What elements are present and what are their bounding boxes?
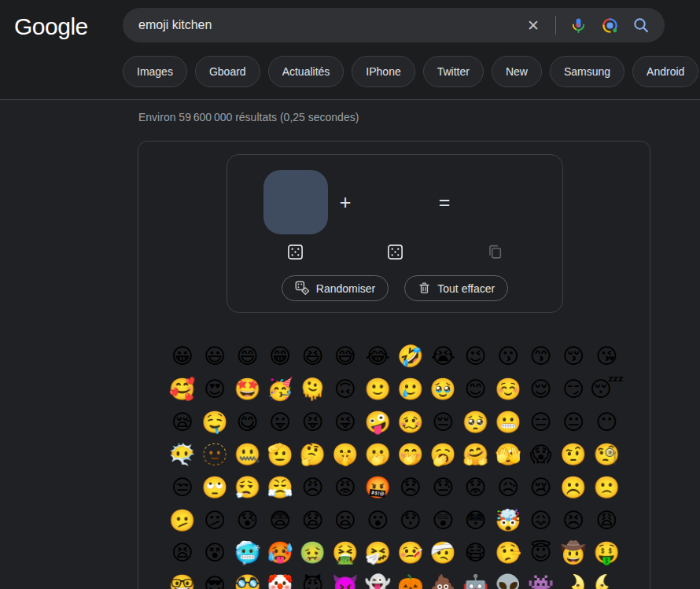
emoji-cell[interactable]: 😧: [297, 504, 329, 537]
emoji-cell[interactable]: 🤥: [492, 537, 524, 570]
emoji-cell[interactable]: 🙃: [329, 374, 361, 407]
emoji-cell[interactable]: 😛: [263, 406, 296, 439]
google-lens-button[interactable]: [595, 11, 624, 39]
emoji-cell[interactable]: 😱: [525, 439, 557, 472]
emoji-cell[interactable]: 🤪: [362, 406, 394, 439]
emoji-cell[interactable]: 🫢: [362, 439, 394, 472]
emoji-cell[interactable]: 😝: [297, 406, 329, 439]
emoji-cell[interactable]: 😆: [297, 341, 329, 374]
search-filter-chip[interactable]: Images: [123, 56, 187, 87]
emoji-cell[interactable]: 😑: [525, 406, 557, 439]
emoji-cell[interactable]: 🫣: [492, 439, 524, 472]
google-logo[interactable]: Google: [14, 11, 88, 42]
emoji-cell[interactable]: 🤬: [362, 472, 394, 505]
randomize-slot1-button[interactable]: [286, 242, 304, 261]
emoji-cell[interactable]: 😘: [590, 341, 624, 374]
search-filter-chip[interactable]: New: [492, 56, 542, 87]
emoji-cell[interactable]: 😰: [231, 504, 263, 537]
emoji-cell[interactable]: 🥱: [427, 439, 459, 472]
emoji-cell[interactable]: 🙂: [362, 374, 394, 407]
emoji-cell[interactable]: 😚: [557, 341, 589, 374]
emoji-cell[interactable]: 🫡: [263, 439, 296, 472]
emoji-cell[interactable]: 😋: [231, 406, 263, 439]
emoji-cell[interactable]: 🥸: [231, 570, 263, 589]
emoji-cell[interactable]: 🫠: [297, 374, 329, 407]
emoji-cell[interactable]: 😳: [459, 504, 492, 537]
emoji-cell[interactable]: 🥳: [263, 374, 296, 407]
emoji-cell[interactable]: 😬: [492, 406, 524, 439]
emoji-cell[interactable]: 😎: [198, 570, 230, 589]
emoji-cell[interactable]: 😍: [198, 374, 230, 407]
search-submit-button[interactable]: [627, 11, 655, 39]
emoji-cell[interactable]: 😵: [198, 537, 230, 570]
emoji-cell[interactable]: 😢: [525, 472, 557, 505]
emoji-cell[interactable]: 😶‍🌫️: [166, 439, 198, 472]
emoji-cell[interactable]: 😓: [427, 472, 459, 505]
emoji-cell[interactable]: 🥲: [394, 374, 426, 407]
emoji-cell[interactable]: 😙: [525, 341, 557, 374]
emoji-cell[interactable]: 😄: [231, 341, 263, 374]
emoji-cell[interactable]: 😠: [297, 472, 329, 505]
emoji-cell[interactable]: 🎃: [394, 570, 426, 589]
emoji-cell[interactable]: 😖: [525, 504, 557, 537]
emoji-cell[interactable]: 😩: [590, 504, 624, 537]
emoji-cell[interactable]: 🤠: [557, 537, 589, 570]
emoji-cell[interactable]: 🤡: [263, 570, 296, 589]
emoji-cell[interactable]: 🌜: [590, 570, 624, 589]
emoji-cell[interactable]: 🫤: [166, 504, 198, 537]
emoji-cell[interactable]: 🤮: [329, 537, 361, 570]
emoji-cell[interactable]: 😮‍💨: [231, 472, 263, 505]
search-filter-chip[interactable]: IPhone: [352, 56, 414, 87]
emoji-cell[interactable]: 😂: [362, 341, 394, 374]
emoji-cell[interactable]: 🤑: [590, 537, 624, 570]
emoji-cell[interactable]: 🌛: [557, 570, 589, 589]
emoji-cell[interactable]: 😇: [525, 537, 557, 570]
emoji-cell[interactable]: 🥰: [166, 374, 198, 407]
emoji-cell[interactable]: 🤤: [198, 406, 230, 439]
emoji-cell[interactable]: 😗: [492, 341, 524, 374]
emoji-cell[interactable]: 😞: [394, 472, 426, 505]
emoji-cell[interactable]: 😴: [590, 374, 624, 407]
emoji-cell[interactable]: 😥: [492, 472, 524, 505]
clear-all-button[interactable]: Tout effacer: [404, 275, 508, 301]
emoji-cell[interactable]: 👿: [329, 570, 361, 589]
emoji-cell[interactable]: ☹️: [557, 472, 589, 505]
emoji-cell[interactable]: 😏: [557, 374, 589, 407]
emoji-cell[interactable]: 🤢: [297, 537, 329, 570]
search-input[interactable]: [123, 8, 519, 42]
clear-search-button[interactable]: ✕: [519, 11, 547, 39]
randomize-slot2-button[interactable]: [385, 242, 404, 261]
emoji-cell[interactable]: 😣: [557, 504, 589, 537]
emoji-cell[interactable]: 🧐: [590, 439, 624, 472]
emoji-cell[interactable]: 😒: [166, 472, 198, 505]
emoji-cell[interactable]: 😭: [427, 341, 459, 374]
emoji-cell[interactable]: 🙄: [198, 472, 230, 505]
emoji-cell[interactable]: 🥹: [427, 374, 459, 407]
emoji-cell[interactable]: 🤓: [166, 570, 198, 589]
emoji-cell[interactable]: 😲: [427, 504, 459, 537]
emoji-cell[interactable]: 😯: [394, 504, 426, 537]
emoji-cell[interactable]: 🥺: [459, 406, 492, 439]
emoji-cell[interactable]: 😤: [263, 472, 296, 505]
emoji-cell[interactable]: 🤭: [394, 439, 426, 472]
emoji-cell[interactable]: 😕: [198, 504, 230, 537]
emoji-cell[interactable]: 🙁: [590, 472, 624, 505]
emoji-cell[interactable]: 😅: [329, 341, 361, 374]
emoji-cell[interactable]: 😦: [329, 504, 361, 537]
emoji-cell[interactable]: 🤫: [329, 439, 361, 472]
search-filter-chip[interactable]: Android: [632, 56, 698, 87]
emoji-cell[interactable]: 😡: [329, 472, 361, 505]
emoji-cell[interactable]: 😜: [329, 406, 361, 439]
emoji-cell[interactable]: 🤧: [362, 537, 394, 570]
voice-search-button[interactable]: [564, 11, 592, 39]
emoji-cell[interactable]: 😀: [166, 341, 198, 374]
emoji-cell[interactable]: 🤩: [231, 374, 263, 407]
emoji-cell[interactable]: 😮: [362, 504, 394, 537]
emoji-cell[interactable]: 😨: [263, 504, 296, 537]
search-bar[interactable]: ✕: [123, 8, 665, 42]
emoji-cell[interactable]: 🤨: [557, 439, 589, 472]
emoji-cell[interactable]: 👽: [492, 570, 524, 589]
emoji-cell[interactable]: 🥵: [263, 537, 296, 570]
emoji-slot-1[interactable]: [263, 170, 328, 234]
emoji-cell[interactable]: 🤔: [297, 439, 329, 472]
